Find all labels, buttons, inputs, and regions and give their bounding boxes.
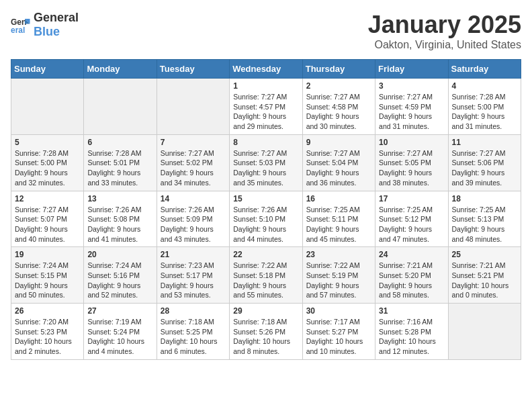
day-info: Sunrise: 7:27 AM Sunset: 5:07 PM Dayligh…: [15, 205, 80, 244]
day-number: 11: [452, 138, 517, 147]
calendar-subtitle: Oakton, Virginia, United States: [368, 39, 521, 51]
logo: Gen eral General Blue: [11, 11, 79, 39]
day-info: Sunrise: 7:18 AM Sunset: 5:26 PM Dayligh…: [233, 317, 298, 357]
day-number: 21: [161, 250, 226, 259]
calendar-cell: 24Sunrise: 7:21 AM Sunset: 5:20 PM Dayli…: [375, 247, 448, 304]
calendar-cell: 29Sunrise: 7:18 AM Sunset: 5:26 PM Dayli…: [230, 304, 302, 360]
day-number: 14: [161, 194, 226, 203]
day-info: Sunrise: 7:21 AM Sunset: 5:21 PM Dayligh…: [452, 261, 517, 300]
logo-icon: Gen eral: [11, 15, 31, 35]
day-number: 23: [306, 250, 371, 259]
calendar-cell: 26Sunrise: 7:20 AM Sunset: 5:23 PM Dayli…: [11, 304, 84, 360]
page-header: Gen eral General Blue January 2025 Oakto…: [11, 11, 521, 51]
calendar-week-row: 5Sunrise: 7:28 AM Sunset: 5:00 PM Daylig…: [11, 134, 521, 191]
day-number: 1: [233, 81, 298, 91]
weekday-header-wednesday: Wednesday: [230, 60, 302, 79]
calendar-cell: 21Sunrise: 7:23 AM Sunset: 5:17 PM Dayli…: [157, 247, 229, 304]
day-number: 6: [87, 138, 152, 147]
calendar-cell: 28Sunrise: 7:18 AM Sunset: 5:25 PM Dayli…: [157, 304, 229, 360]
day-info: Sunrise: 7:25 AM Sunset: 5:12 PM Dayligh…: [379, 205, 444, 244]
weekday-header-tuesday: Tuesday: [157, 60, 229, 79]
day-number: 3: [379, 81, 444, 91]
calendar-cell: 9Sunrise: 7:27 AM Sunset: 5:04 PM Daylig…: [302, 134, 375, 191]
calendar-cell: 6Sunrise: 7:28 AM Sunset: 5:01 PM Daylig…: [84, 134, 157, 191]
day-number: 19: [15, 250, 80, 259]
calendar-cell: 16Sunrise: 7:25 AM Sunset: 5:11 PM Dayli…: [302, 191, 375, 247]
day-number: 20: [87, 250, 152, 259]
day-number: 16: [306, 194, 371, 203]
title-area: January 2025 Oakton, Virginia, United St…: [368, 11, 521, 51]
day-info: Sunrise: 7:21 AM Sunset: 5:20 PM Dayligh…: [379, 261, 444, 300]
day-info: Sunrise: 7:27 AM Sunset: 5:03 PM Dayligh…: [233, 148, 298, 188]
calendar-cell: 4Sunrise: 7:28 AM Sunset: 5:00 PM Daylig…: [448, 79, 521, 135]
calendar-week-row: 26Sunrise: 7:20 AM Sunset: 5:23 PM Dayli…: [11, 304, 521, 360]
day-number: 28: [161, 306, 226, 316]
day-info: Sunrise: 7:27 AM Sunset: 4:58 PM Dayligh…: [306, 92, 371, 132]
day-number: 29: [233, 306, 298, 316]
day-number: 22: [233, 250, 298, 259]
logo-general-text: General: [34, 11, 79, 24]
day-number: 15: [233, 194, 298, 203]
day-number: 13: [87, 194, 152, 203]
calendar-cell: 1Sunrise: 7:27 AM Sunset: 4:57 PM Daylig…: [230, 79, 302, 135]
day-number: 31: [379, 306, 444, 316]
calendar-cell: 11Sunrise: 7:27 AM Sunset: 5:06 PM Dayli…: [448, 134, 521, 191]
calendar-cell: 22Sunrise: 7:22 AM Sunset: 5:18 PM Dayli…: [230, 247, 302, 304]
weekday-header-friday: Friday: [375, 60, 448, 79]
calendar-week-row: 19Sunrise: 7:24 AM Sunset: 5:15 PM Dayli…: [11, 247, 521, 304]
calendar-cell: 23Sunrise: 7:22 AM Sunset: 5:19 PM Dayli…: [302, 247, 375, 304]
day-info: Sunrise: 7:27 AM Sunset: 5:05 PM Dayligh…: [379, 148, 444, 188]
day-number: 25: [452, 250, 517, 259]
day-info: Sunrise: 7:20 AM Sunset: 5:23 PM Dayligh…: [15, 317, 80, 357]
calendar-cell: [84, 79, 157, 135]
svg-text:eral: eral: [11, 26, 25, 35]
weekday-header-sunday: Sunday: [11, 60, 84, 79]
calendar-cell: 2Sunrise: 7:27 AM Sunset: 4:58 PM Daylig…: [302, 79, 375, 135]
day-info: Sunrise: 7:27 AM Sunset: 4:59 PM Dayligh…: [379, 92, 444, 132]
calendar-cell: 20Sunrise: 7:24 AM Sunset: 5:16 PM Dayli…: [84, 247, 157, 304]
calendar-cell: 5Sunrise: 7:28 AM Sunset: 5:00 PM Daylig…: [11, 134, 84, 191]
day-info: Sunrise: 7:28 AM Sunset: 5:01 PM Dayligh…: [87, 148, 152, 188]
calendar-cell: 19Sunrise: 7:24 AM Sunset: 5:15 PM Dayli…: [11, 247, 84, 304]
calendar-week-row: 1Sunrise: 7:27 AM Sunset: 4:57 PM Daylig…: [11, 79, 521, 135]
day-number: 26: [15, 306, 80, 316]
calendar-cell: 17Sunrise: 7:25 AM Sunset: 5:12 PM Dayli…: [375, 191, 448, 247]
calendar-cell: 13Sunrise: 7:26 AM Sunset: 5:08 PM Dayli…: [84, 191, 157, 247]
calendar-cell: 12Sunrise: 7:27 AM Sunset: 5:07 PM Dayli…: [11, 191, 84, 247]
calendar-cell: 31Sunrise: 7:16 AM Sunset: 5:28 PM Dayli…: [375, 304, 448, 360]
day-info: Sunrise: 7:27 AM Sunset: 5:06 PM Dayligh…: [452, 148, 517, 188]
day-number: 17: [379, 194, 444, 203]
calendar-cell: 18Sunrise: 7:25 AM Sunset: 5:13 PM Dayli…: [448, 191, 521, 247]
day-info: Sunrise: 7:24 AM Sunset: 5:16 PM Dayligh…: [87, 261, 152, 300]
calendar-cell: 10Sunrise: 7:27 AM Sunset: 5:05 PM Dayli…: [375, 134, 448, 191]
calendar-title: January 2025: [368, 11, 521, 39]
day-info: Sunrise: 7:25 AM Sunset: 5:11 PM Dayligh…: [306, 205, 371, 244]
calendar-cell: 3Sunrise: 7:27 AM Sunset: 4:59 PM Daylig…: [375, 79, 448, 135]
day-number: 18: [452, 194, 517, 203]
day-number: 5: [15, 138, 80, 147]
weekday-header-thursday: Thursday: [302, 60, 375, 79]
weekday-header-row: SundayMondayTuesdayWednesdayThursdayFrid…: [11, 60, 521, 79]
day-number: 2: [306, 81, 371, 91]
day-info: Sunrise: 7:26 AM Sunset: 5:08 PM Dayligh…: [87, 205, 152, 244]
day-info: Sunrise: 7:26 AM Sunset: 5:10 PM Dayligh…: [233, 205, 298, 244]
calendar-cell: 30Sunrise: 7:17 AM Sunset: 5:27 PM Dayli…: [302, 304, 375, 360]
calendar-cell: 27Sunrise: 7:19 AM Sunset: 5:24 PM Dayli…: [84, 304, 157, 360]
logo-blue-text: Blue: [34, 25, 60, 38]
day-info: Sunrise: 7:27 AM Sunset: 5:02 PM Dayligh…: [161, 148, 226, 188]
day-info: Sunrise: 7:26 AM Sunset: 5:09 PM Dayligh…: [161, 205, 226, 244]
day-info: Sunrise: 7:25 AM Sunset: 5:13 PM Dayligh…: [452, 205, 517, 244]
calendar-cell: 7Sunrise: 7:27 AM Sunset: 5:02 PM Daylig…: [157, 134, 229, 191]
weekday-header-monday: Monday: [84, 60, 157, 79]
day-number: 8: [233, 138, 298, 147]
day-number: 9: [306, 138, 371, 147]
calendar-cell: 25Sunrise: 7:21 AM Sunset: 5:21 PM Dayli…: [448, 247, 521, 304]
day-number: 10: [379, 138, 444, 147]
day-info: Sunrise: 7:16 AM Sunset: 5:28 PM Dayligh…: [379, 317, 444, 357]
day-info: Sunrise: 7:18 AM Sunset: 5:25 PM Dayligh…: [161, 317, 226, 357]
day-number: 4: [452, 81, 517, 91]
weekday-header-saturday: Saturday: [448, 60, 521, 79]
day-info: Sunrise: 7:28 AM Sunset: 5:00 PM Dayligh…: [452, 92, 517, 132]
day-number: 24: [379, 250, 444, 259]
calendar-cell: 14Sunrise: 7:26 AM Sunset: 5:09 PM Dayli…: [157, 191, 229, 247]
